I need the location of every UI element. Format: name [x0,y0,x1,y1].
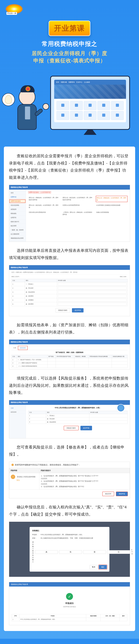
amount-input[interactable] [58,287,126,290]
screen-nav: 首页我要办税我要查询互动中心公众服务 [54,80,126,84]
tab-a201020[interactable]: A201020 [18,346,28,350]
shot1-sidebar: 首页 税费申报 税费申报及缴纳 综合信息报告 发票使用 税收减免 证明开具 税务… [9,190,26,242]
risk-detail-cell: 1.《企业所得税月（季）度预缴纳税申报表(A类)》第???行"营业收入"小于??… [40,473,130,490]
menu-item[interactable]: 居民企业（核定征收）企业所得税月（季）度申报 [28,204,60,209]
tab-main[interactable]: 主表 [12,346,18,350]
paragraph-1: 查账征收的居民企业需要申报月（季）度企业所得税的，可以登录新电子税局，点击【我要… [9,152,130,181]
success-header: 国家税务总局电子税务局 [9,582,130,586]
sidebar-item[interactable]: 税费申报 [9,195,26,199]
screen-banner [54,84,126,99]
sidebar-item[interactable]: 核定管理 [9,224,26,228]
screenshot-dialog: 自检确认 申报表： 中华人民共和国企业所得税月（季）度预缴纳税申报表（A类） 承… [9,522,130,577]
risk-dialog: 您填写的申报数据中存在以下风险疑点，请您自查核实，风险疑点详情如下： 风险等级风… [9,462,130,498]
asset-table: 行次项目资产原值本年享受优惠的资产原值税收折旧、摊销额享受加速政策计算的折旧摊销… [12,355,128,368]
screenshot-success: 国家税务总局电子税务局 ✓ 申报成功 您的申报已成功提交 序号申报表税款所属期应… [9,582,130,625]
menu-item[interactable]: 扣缴企业所得税报告 [96,210,128,216]
sidebar-item[interactable]: A201020 [9,410,26,414]
declare-table: 行次项目本年累计金额 1一、营业收入 2减：营业成本 3减：税金及附加 4减：销… [12,279,128,306]
shot2-header: 国家税务总局电子税务局 [9,265,130,270]
sidebar-item-highlighted[interactable]: 税费申报及缴纳 [9,199,26,203]
char-input-2[interactable] [59,550,82,554]
speech-bubble [2,93,15,106]
success-subtitle: 您的申报已成功提交 [12,606,127,608]
sidebar-item[interactable]: 发票使用 [9,207,26,212]
declare-table: 行次项目本年累计金额 1一、营业收入 2减：营业成本 3减：税金及附加 [28,411,128,424]
paragraph-6: 确认申报信息后，在输入框内依次输入"真"、"实"、"责"、"任"4个字，点击【确… [9,504,130,518]
confirm-dialog: 自检确认 申报表： 中华人民共和国企业所得税月（季）度预缴纳税申报表（A类） 承… [30,527,110,572]
seal-icon [117,404,125,412]
shot3-header: 国家税务总局电子税务局 [9,340,130,344]
amount-input[interactable] [58,299,126,302]
menu-item[interactable]: 企业所得税汇总纳税总分机构信息备案 [96,204,128,209]
submit-button[interactable]: 提交申报 [80,426,92,430]
ok-button[interactable]: 确定 [99,565,107,569]
mascot [10,88,44,138]
continue-declare-button[interactable]: 继续申报 [116,492,128,496]
amount-input[interactable] [58,291,126,294]
shot4-sidebar: 主表 A201020 [9,405,26,438]
screenshot-3: 国家税务总局电子税务局 主表 A201020 资产加速折旧、摊销（扣除）优惠明细… [9,340,130,370]
submit-button[interactable]: 提交申报 [72,308,84,312]
risk-header: 您填写的申报数据中存在以下风险疑点，请您自查核实，风险疑点详情如下： [9,462,130,468]
mascot-head [19,88,36,105]
paragraph-3: 如需填报其他表单，如《资产加速折旧、摊销（扣除）优惠明细表》，则点击左侧报表列表… [9,321,130,336]
modify-form-button[interactable]: 修改表单 [102,492,114,496]
shot4-header: 国家税务总局电子税务局 [9,400,130,405]
risk-hint-button[interactable]: 风险提示服务 [64,426,79,430]
risk-table: 风险等级风险扫描提示 ! 营业收入与营业成本填报 警告 1.《企业所得税月（季）… [9,468,130,490]
menu-item[interactable]: 居民企业（查账征收）企业所得税月（季）度申报及年度申报 [28,196,60,202]
mascot-body [18,104,37,130]
sidebar-item[interactable]: 增值税抵扣凭证管理 [9,236,26,240]
screenshot-1: 国家税务总局电子税务局 首页 税费申报 税费申报及缴纳 综合信息报告 发票使用 … [9,185,130,242]
shot1-header: 国家税务总局电子税务局 [9,185,130,190]
screenshot-4: 国家税务总局电子税务局 主表 A201020 中华人民共和国企业所得税月（季）度… [9,400,130,438]
success-table: 序号申报表税款所属期应补（退）税额操作 1中华人民共和国企业所得税月（季）度预缴… [12,614,127,621]
top-logo-area [0,0,139,18]
menu-item[interactable]: 非居民企业所得税季度申报 [62,204,94,209]
menu-item-highlighted[interactable]: 居民企业（查账征收）企业所得税月（季）度申报 [96,196,128,202]
char-input-1[interactable] [35,550,58,554]
success-title: 申报成功 [12,602,127,605]
paragraph-2: 选择功能菜单后将直接进入申报表表单填写内容页面，按申报表填写规则据实填写申报数据… [9,247,130,261]
amount-input[interactable] [58,295,126,298]
shot1-main: 税费申报及缴纳 > 企业所得税申报 居民企业（查账征收）企业所得税月（季）度申报… [26,190,130,242]
page-root: 开业第课 常用税费纳税申报之 居民企业企业所得税月（季）度 申报（查账征收-填表… [0,0,139,639]
amount-input[interactable] [58,303,126,306]
char-input-3[interactable] [83,550,106,554]
paragraph-4: 填报完成后，可以选择【风险提示服务】，系统将把申报数据传递到后台进行风险比对。如… [9,375,130,396]
breadcrumb: 税费申报及缴纳 > 企业所得税申报 [28,192,128,194]
risk-level-cell: ! 营业收入与营业成本填报 警告 [9,473,40,490]
illustration: 首页我要办税我要查询互动中心公众服务 [5,73,134,140]
sidebar-item[interactable]: 首页 [9,191,26,195]
sidebar-item[interactable]: 主表 [9,406,26,410]
menu-item[interactable]: 关联业务往来年度报告申报 [28,210,60,216]
form-title: 中华人民共和国企业所得税月（季）度预缴纳税申报表（A类） [28,406,128,409]
sidebar-item[interactable]: 综合信息报告 [9,203,26,207]
sidebar-item[interactable]: 税收减免 [9,212,26,216]
menu-grid: 居民企业（查账征收）企业所得税月（季）度申报及年度申报 居民企业（核定征收）企业… [28,196,128,216]
monitor: 首页我要办税我要查询互动中心公众服务 [50,76,130,130]
sidebar-item[interactable]: 证明开具 [9,216,26,220]
brand-logo [5,4,23,14]
amount-input[interactable] [58,283,126,286]
form-subtitle: 资产加速折旧、摊销（扣除）优惠明细表 [12,351,128,354]
hero-badge: 开业第课 [49,20,90,36]
screenshot-2: 国家税务总局电子税务局 首页 > 我要办税 > 税费申报及缴纳 > 企业所得税申… [9,265,130,316]
hero-title: 常用税费纳税申报之 [5,40,134,48]
success-check-icon: ✓ [66,593,73,600]
risk-hint-button[interactable]: 风险提示服务 [56,308,70,312]
hero-subtitle-1: 居民企业企业所得税月（季）度 [5,50,134,57]
tab-row: 主表 A201020 [12,346,128,350]
dialog-title: 自检确认 [32,530,107,532]
hero-subtitle-2: 申报（查账征收-填表式申报） [5,57,134,64]
cancel-button[interactable]: 取消 [90,565,98,569]
menu-item[interactable]: 居民企业（核定征收）企业所得税月（季）度申报及年度申报 [62,196,94,202]
breadcrumb: 首页 > 我要办税 > 税费申报及缴纳 > 企业所得税申报 > 居民企业（查账征… [12,272,128,274]
sidebar-item[interactable]: 税务行政许可 [9,220,26,224]
sidebar-item[interactable]: 出口退税管理 [9,232,26,236]
char-input-4[interactable] [107,550,130,554]
paragraph-5: 您可查看风险提示后，选择【修改表单】，或者点击【继续申报】。 [9,444,130,458]
warning-icon: ! [11,475,15,479]
menu-item[interactable]: （已取消）居民企业（查账征收）企业所得税年度申报 [62,210,94,216]
sidebar-item[interactable]: 一般退（抵）税管理 [9,228,26,232]
